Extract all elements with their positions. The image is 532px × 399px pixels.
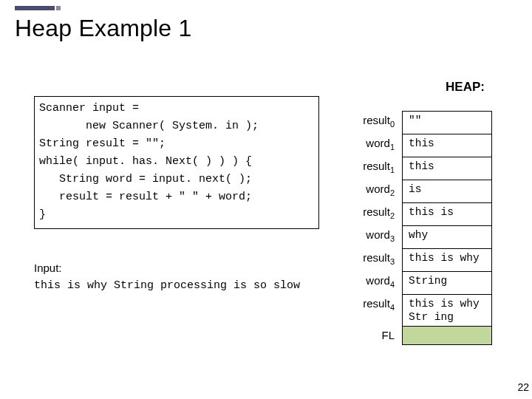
heap-row: word2is xyxy=(322,180,529,202)
heap-value: "" xyxy=(402,111,492,134)
heap-fl-row: FL xyxy=(322,326,529,345)
heap-row: result0"" xyxy=(322,111,529,134)
heap-key: word3 xyxy=(322,225,402,248)
heap-value: why xyxy=(402,225,492,248)
heap-fl-label: FL xyxy=(322,326,402,345)
heap-key: result0 xyxy=(322,111,402,134)
heap-row: word4String xyxy=(322,271,529,294)
heap-value: String xyxy=(402,271,492,294)
heap-key: word4 xyxy=(322,271,402,294)
heap-value: this is why Str ing xyxy=(402,294,492,326)
heap-key: result1 xyxy=(322,157,402,180)
heap-row: result2this is xyxy=(322,202,529,225)
code-box: Scanner input = new Scanner( System. in … xyxy=(34,96,319,229)
heap-value: this xyxy=(402,157,492,180)
heap-value: this xyxy=(402,134,492,157)
heap-row: result1this xyxy=(322,157,529,180)
page-number: 22 xyxy=(517,381,529,393)
title-accent-seg xyxy=(56,6,61,10)
slide: Heap Example 1 Scanner input = new Scann… xyxy=(0,0,532,399)
heap-row: result4this is why Str ing xyxy=(322,294,529,326)
input-label: Input: xyxy=(34,262,62,274)
input-block: Input: this is why String processing is … xyxy=(34,260,327,294)
heap-key: result4 xyxy=(322,294,402,326)
title-wrap: Heap Example 1 xyxy=(15,12,191,42)
title-accent-bar xyxy=(15,6,55,10)
heap-value: this is why xyxy=(402,248,492,271)
heap-row: result3this is why xyxy=(322,248,529,271)
heap-fl-value xyxy=(402,326,492,345)
heap-label: HEAP: xyxy=(446,80,485,95)
heap-key: word2 xyxy=(322,180,402,202)
heap-table: result0""word1thisresult1thisword2isresu… xyxy=(322,111,529,345)
slide-title: Heap Example 1 xyxy=(15,15,191,42)
heap-value: this is xyxy=(402,202,492,225)
input-text: this is why String processing is so slow xyxy=(34,279,300,292)
heap-key: result3 xyxy=(322,248,402,271)
heap-key: word1 xyxy=(322,134,402,157)
heap-row: word1this xyxy=(322,134,529,157)
heap-row: word3why xyxy=(322,225,529,248)
heap-value: is xyxy=(402,180,492,202)
heap-key: result2 xyxy=(322,202,402,225)
